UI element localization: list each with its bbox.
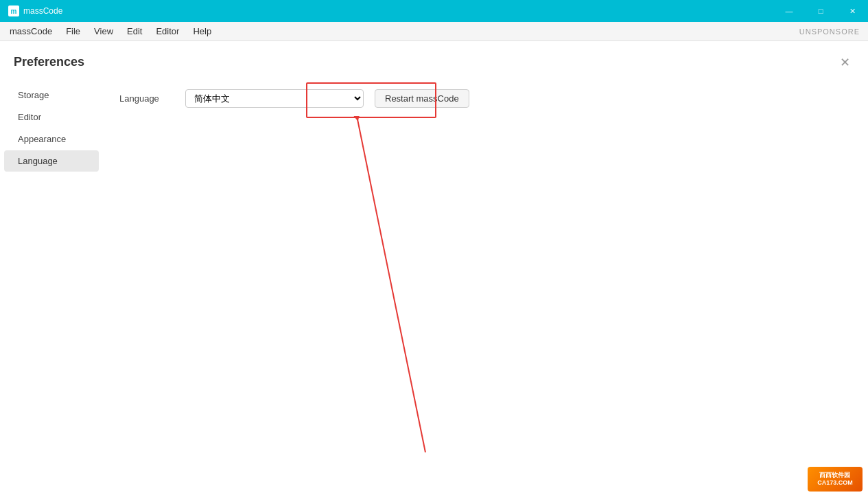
app-icon: m — [8, 5, 19, 16]
app-title: massCode — [23, 6, 62, 16]
menu-file[interactable]: File — [59, 23, 87, 39]
svg-line-0 — [357, 116, 425, 452]
title-bar: m massCode — □ ✕ — [0, 0, 868, 22]
unsponsored-label: UNSPONSORE — [799, 27, 860, 36]
menu-view[interactable]: View — [87, 23, 120, 39]
dialog-header: Preferences ✕ — [0, 41, 868, 78]
preferences-dialog: Preferences ✕ Storage Editor Appearance … — [0, 41, 868, 497]
watermark: 西西软件园CA173.COM — [808, 467, 863, 492]
sidebar-item-editor[interactable]: Editor — [4, 106, 99, 128]
menu-help[interactable]: Help — [186, 23, 218, 39]
main-content: Language 简体中文 English 日本語 한국어 Français D… — [103, 78, 868, 486]
sidebar-item-language[interactable]: Language — [4, 150, 99, 172]
dialog-content: Storage Editor Appearance Language Langu… — [0, 78, 868, 486]
minimize-button[interactable]: — — [773, 0, 805, 22]
window-controls: — □ ✕ — [773, 0, 868, 22]
menu-bar: massCode File View Edit Editor Help UNSP… — [0, 22, 868, 41]
language-select[interactable]: 简体中文 English 日本語 한국어 Français Deutsch — [185, 89, 364, 108]
dialog-title: Preferences — [14, 55, 84, 69]
restart-button[interactable]: Restart massCode — [375, 89, 469, 108]
preferences-sidebar: Storage Editor Appearance Language — [0, 78, 103, 486]
sidebar-item-storage[interactable]: Storage — [4, 84, 99, 106]
sidebar-item-appearance[interactable]: Appearance — [4, 128, 99, 150]
menu-editor[interactable]: Editor — [149, 23, 186, 39]
language-setting-row: Language 简体中文 English 日本語 한국어 Français D… — [119, 89, 852, 108]
dialog-close-button[interactable]: ✕ — [836, 55, 854, 70]
close-window-button[interactable]: ✕ — [836, 0, 868, 22]
annotation-arrow-svg — [316, 116, 453, 497]
language-label: Language — [119, 93, 174, 104]
maximize-button[interactable]: □ — [805, 0, 836, 22]
menu-masscode[interactable]: massCode — [3, 23, 59, 39]
menu-edit[interactable]: Edit — [120, 23, 149, 39]
